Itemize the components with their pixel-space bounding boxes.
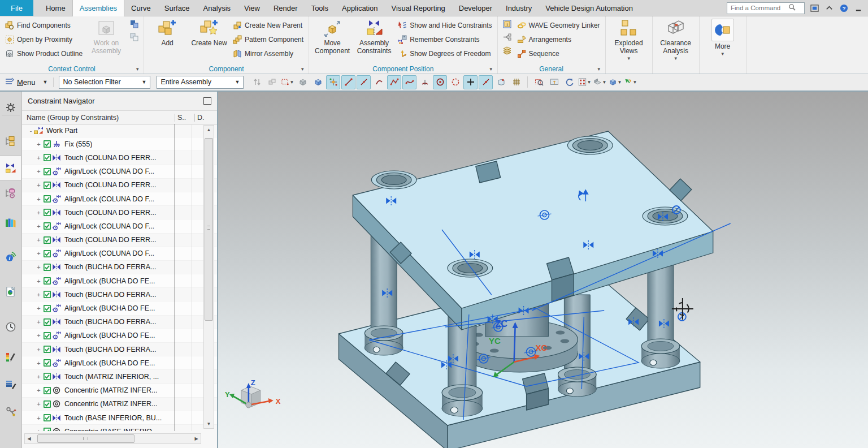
expander-expand-icon[interactable]: + [36, 318, 42, 325]
tree-row-touch-bucha-do-ferra[interactable]: +Touch (BUCHA DO FERRA... [22, 288, 217, 301]
tree-row-touch-coluna-do-ferr[interactable]: +Touch (COLUNA DO FERR... [22, 206, 217, 219]
scroll-right-button[interactable]: ▶ [192, 436, 201, 441]
menu-tab-developer[interactable]: Developer [452, 0, 499, 16]
graphics-viewport[interactable]: ZC YC XC Z Y X [218, 91, 868, 448]
collapse-ribbon-icon[interactable] [824, 3, 834, 13]
tree-row-touch-coluna-do-ferr[interactable]: +Touch (COLUNA DO FERR... [22, 179, 217, 192]
help-icon[interactable]: ? [839, 3, 849, 13]
tree-row-align-lock-bucha-do-fe[interactable]: +Align/Lock (BUCHA DO FE... [22, 274, 217, 288]
constraint-checkbox[interactable] [44, 277, 51, 285]
assembly-stack-icon[interactable] [502, 45, 512, 55]
constraint-checkbox[interactable] [44, 373, 51, 380]
grid-point-icon[interactable] [509, 75, 523, 89]
constraint-checkbox[interactable] [44, 209, 51, 216]
more-button[interactable]: More▼ [702, 17, 743, 57]
tree-row-concentric-base-inferio[interactable]: +Concentric (BASE INFERIO... [22, 425, 217, 431]
menu-tab-application[interactable]: Application [335, 0, 385, 16]
find-command-box[interactable] [727, 2, 805, 14]
tree-row-touch-bucha-do-ferra[interactable]: +Touch (BUCHA DO FERRA... [22, 343, 217, 356]
shaded-view-icon[interactable]: ▼ [608, 75, 622, 89]
horizontal-scrollbar[interactable]: ◀ ▶ [24, 433, 201, 444]
history-icon[interactable] [0, 315, 21, 339]
menu-tab-home[interactable]: Home [39, 0, 72, 16]
snap-point-icon[interactable] [326, 75, 340, 89]
quadrant-point-icon[interactable] [418, 75, 432, 89]
tree-row-concentric-matriz-infer[interactable]: +Concentric (MATRIZ INFER... [22, 398, 217, 411]
show-degrees-of-freedom-button[interactable]: Show Degrees of Freedom [396, 46, 494, 61]
show-and-hide-constraints-button[interactable]: Show and Hide Constraints [396, 18, 494, 32]
expander-expand-icon[interactable]: + [36, 141, 42, 148]
constraint-checkbox[interactable] [44, 305, 51, 312]
expander-expand-icon[interactable]: + [36, 250, 42, 257]
menu-tab-surface[interactable]: Surface [158, 0, 197, 16]
marquee-select-icon[interactable]: ▼ [280, 75, 294, 89]
constraint-checkbox[interactable] [44, 195, 51, 203]
constraint-checkbox[interactable] [44, 250, 51, 257]
make-displayed-part-icon[interactable] [129, 32, 139, 42]
vertical-scroll-thumb[interactable] [205, 138, 213, 321]
point-on-face-icon[interactable] [494, 75, 508, 89]
sequence-button[interactable]: Sequence [515, 46, 602, 61]
expander-expand-icon[interactable]: + [36, 360, 42, 367]
scroll-left-button[interactable]: ◀ [25, 436, 33, 441]
work-on-assembly-button[interactable]: Work on Assembly [86, 17, 127, 55]
menu-tab-visual-reporting[interactable]: Visual Reporting [385, 0, 452, 16]
property-pages-icon[interactable]: i [502, 19, 512, 29]
column-name[interactable]: Name (Group by Constraints) [22, 114, 175, 122]
constraint-checkbox[interactable] [44, 222, 51, 230]
maximize-panel-icon[interactable] [203, 97, 211, 105]
product-interface-icon[interactable] [502, 32, 512, 42]
expander-expand-icon[interactable]: + [36, 209, 42, 216]
group-dialog-launcher[interactable]: ▼ [135, 67, 140, 72]
expander-expand-icon[interactable]: + [36, 154, 42, 161]
constraint-checkbox[interactable] [44, 182, 51, 189]
constraint-checkbox[interactable] [44, 154, 51, 161]
constraint-checkbox[interactable] [44, 346, 51, 353]
existing-point-icon[interactable] [448, 75, 462, 89]
visual-reports-icon[interactable] [0, 345, 21, 370]
column-s[interactable]: S.. [175, 114, 194, 122]
selection-filter-dropdown[interactable]: No Selection Filter ▼ [59, 76, 150, 89]
tree-row-align-lock-coluna-do-f[interactable]: +Align/Lock (COLUNA DO F... [22, 219, 217, 233]
tree-row-touch-matriz-inferior[interactable]: +Touch (MATRIZ INFERIOR, ... [22, 370, 217, 384]
expander-expand-icon[interactable]: + [36, 168, 42, 175]
end-point-icon[interactable] [341, 75, 355, 89]
constraint-navigator-icon[interactable] [0, 155, 21, 181]
constraint-checkbox[interactable] [44, 400, 51, 408]
point-on-curve-icon[interactable] [479, 75, 493, 89]
open-by-proximity-button[interactable]: Open by Proximity [3, 32, 85, 46]
expander-expand-icon[interactable]: + [36, 182, 42, 188]
minimize-window-icon[interactable] [853, 3, 863, 13]
generic-cubes-icon[interactable] [265, 75, 279, 89]
menu-tab-view[interactable]: View [237, 0, 267, 16]
screenshot-icon[interactable] [809, 3, 819, 13]
constraint-checkbox[interactable] [44, 236, 51, 244]
roadmap-icon[interactable] [0, 95, 21, 120]
add-button[interactable]: Add [147, 17, 188, 48]
menu-button[interactable]: Menu ▼ [3, 77, 54, 87]
fit-view-icon[interactable]: ▼ [578, 75, 592, 89]
menu-tab-tools[interactable]: Tools [305, 0, 335, 16]
part-navigator-icon[interactable] [0, 181, 21, 206]
constraint-checkbox[interactable] [44, 359, 51, 367]
vertical-scrollbar[interactable]: ▲ ▼ [203, 125, 214, 429]
scroll-up-button[interactable]: ▲ [204, 126, 214, 134]
constraint-checkbox[interactable] [44, 168, 51, 175]
constraint-checkbox[interactable] [44, 414, 51, 421]
create-new-parent-button[interactable]: Create New Parent [231, 18, 306, 32]
hd3d-tools-icon[interactable] [0, 279, 21, 304]
mid-point-icon[interactable] [357, 75, 371, 89]
expander-expand-icon[interactable]: + [36, 278, 42, 285]
expander-expand-icon[interactable]: + [36, 346, 42, 353]
shaded-solid-icon[interactable] [296, 75, 310, 89]
constraint-checkbox[interactable] [44, 332, 51, 339]
expander-expand-icon[interactable]: + [36, 196, 42, 203]
expander-expand-icon[interactable]: + [36, 305, 42, 312]
wave-geometry-linker-button[interactable]: WAVE Geometry Linker [515, 18, 602, 32]
control-point-icon[interactable] [372, 75, 386, 89]
expander-expand-icon[interactable]: + [36, 236, 42, 243]
zoom-window-icon[interactable] [532, 75, 546, 89]
expander-expand-icon[interactable]: + [36, 264, 42, 270]
tree-row-align-lock-bucha-do-fe[interactable]: +Align/Lock (BUCHA DO FE... [22, 356, 217, 370]
tree-row-touch-coluna-do-ferr[interactable]: +Touch (COLUNA DO FERR... [22, 234, 217, 247]
